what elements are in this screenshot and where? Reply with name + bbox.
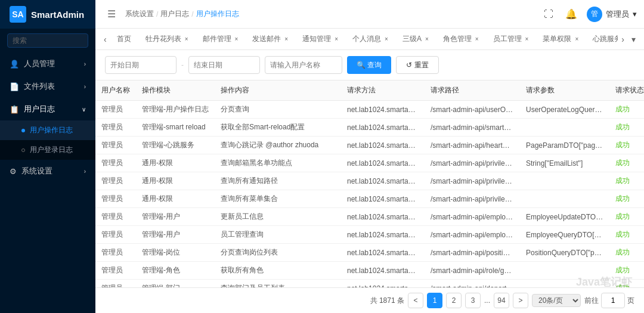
- cell-content: 查询所有菜单集合: [215, 190, 341, 208]
- table-row: 管理员 管理端-用户 员工管理查询 net.lab1024.smartadmin…: [95, 226, 644, 244]
- end-date-input[interactable]: [188, 56, 260, 74]
- username-search-input[interactable]: [265, 56, 342, 74]
- tab-home[interactable]: 首页: [110, 30, 138, 49]
- pagination: 共 1871 条 < 1 2 3 ... 94 > 20条/页 50条/页 10…: [95, 287, 644, 313]
- cell-method: net.lab1024.smartadmin.modul...: [341, 262, 425, 280]
- tab-close-icon[interactable]: ×: [385, 36, 388, 42]
- cell-username: 管理员: [95, 119, 136, 137]
- tab-menu-button[interactable]: ▾: [628, 35, 639, 44]
- col-username: 用户名称: [95, 80, 136, 101]
- page-2-button[interactable]: 2: [446, 293, 462, 308]
- cell-username: 管理员: [95, 190, 136, 208]
- tab-close-icon[interactable]: ×: [284, 36, 288, 42]
- tab-personal[interactable]: 个人消息×: [346, 30, 395, 49]
- sidebar-logo: SA SmartAdmin: [0, 0, 95, 29]
- page-3-button[interactable]: 3: [465, 293, 481, 308]
- sidebar-item-userlog[interactable]: 📋 用户日志 ∨: [0, 98, 95, 120]
- tab-label: 发送邮件: [252, 34, 281, 44]
- tab-close-icon[interactable]: ×: [185, 36, 188, 42]
- table-row: 管理员 通用-权限 查询邮箱黑名单功能点 net.lab1024.smartad…: [95, 154, 644, 172]
- cell-content: 查询心跳记录 @author zhuoda: [215, 137, 341, 154]
- sidebar-item-user-op-log[interactable]: 用户操作日志: [0, 120, 95, 140]
- breadcrumb-sep-2: /: [191, 10, 193, 18]
- cell-status: 成功: [609, 190, 644, 208]
- main-content: ☰ 系统设置 / 用户日志 / 用户操作日志 ⛶ 🔔 管 管理员 ▾ ‹ 首页 …: [95, 0, 644, 313]
- submenu-label: 用户操作日志: [30, 125, 73, 135]
- col-method: 请求方法: [341, 80, 425, 101]
- cell-status: 成功: [609, 208, 644, 226]
- cell-path: /smart-admin-api/position/get.lis...: [425, 244, 520, 262]
- sidebar-item-sysconfig[interactable]: ⚙ 系统设置 ›: [0, 160, 95, 182]
- tab-role-mgmt[interactable]: 角色管理×: [436, 30, 485, 49]
- tab-close-icon[interactable]: ×: [335, 36, 338, 42]
- cell-content: 员工管理查询: [215, 226, 341, 244]
- date-separator: -: [181, 61, 184, 69]
- col-content: 操作内容: [215, 80, 341, 101]
- person-icon: 👤: [10, 60, 19, 69]
- page-1-button[interactable]: 1: [427, 293, 442, 308]
- breadcrumb-item-2[interactable]: 用户日志: [160, 9, 189, 19]
- cell-content: 获取所有角色: [215, 262, 341, 280]
- tab-close-icon[interactable]: ×: [235, 36, 239, 42]
- page-size-select[interactable]: 20条/页 50条/页 100条/页: [532, 294, 581, 307]
- sidebar-search-input[interactable]: [7, 33, 88, 48]
- tab-emp-mgmt[interactable]: 员工管理×: [487, 30, 535, 49]
- table-row: 管理员 管理端-岗位 分页查询岗位列表 net.lab1024.smartadm…: [95, 244, 644, 262]
- prev-page-button[interactable]: <: [408, 293, 423, 308]
- tab-label: 邮件管理: [203, 34, 231, 44]
- cell-method: net.lab1024.smartadmin.modul...: [341, 190, 425, 208]
- tab-close-icon[interactable]: ×: [575, 36, 578, 42]
- bell-icon[interactable]: 🔔: [563, 6, 580, 22]
- cell-status: 成功: [609, 137, 644, 154]
- sidebar: SA SmartAdmin 👤 人员管理 › 📄 文件列表 › 📋 用户日志: [0, 0, 95, 313]
- cell-content: 分页查询: [215, 101, 341, 119]
- username-label: 管理员: [606, 9, 629, 20]
- logo-icon: SA: [10, 6, 26, 23]
- page-jump-input[interactable]: [601, 293, 625, 308]
- cell-params: EmployeeQueryDTO["isDelete"...: [520, 226, 609, 244]
- tab-close-icon[interactable]: ×: [525, 36, 529, 42]
- tab-three-a[interactable]: 三级A×: [396, 30, 435, 49]
- tab-close-icon[interactable]: ×: [425, 36, 429, 42]
- chevron-right-icon: ›: [84, 83, 86, 90]
- tab-heart-svc[interactable]: 心跳服务×: [586, 30, 618, 49]
- search-button[interactable]: 🔍 查询: [347, 56, 391, 74]
- user-chevron-icon: ▾: [633, 10, 637, 18]
- jump-prefix: 前往: [584, 296, 599, 306]
- cell-content: 分页查询岗位列表: [215, 244, 341, 262]
- cell-module: 管理端-角色: [136, 262, 215, 280]
- tab-nav-right-button[interactable]: ›: [618, 35, 628, 44]
- tab-close-icon[interactable]: ×: [475, 36, 479, 42]
- cell-method: net.lab1024.smartadmin.modul...: [341, 208, 425, 226]
- col-status: 请求状态: [609, 80, 644, 101]
- sidebar-item-filelist[interactable]: 📄 文件列表 ›: [0, 75, 95, 98]
- active-dot-icon: [21, 129, 25, 132]
- cell-content: 更新员工信息: [215, 208, 341, 226]
- cell-module: 通用-权限: [136, 172, 215, 190]
- cell-params: UserOperateLogQueryDTO["e...: [520, 101, 609, 119]
- reset-button[interactable]: ↺ 重置: [396, 56, 438, 74]
- sidebar-item-user-login-log[interactable]: 用户登录日志: [0, 140, 95, 160]
- tab-nav-left-button[interactable]: ‹: [100, 35, 110, 44]
- page-94-button[interactable]: 94: [494, 293, 509, 308]
- expand-icon[interactable]: ⛶: [541, 7, 556, 22]
- cell-status: 成功: [609, 226, 644, 244]
- breadcrumb: 系统设置 / 用户日志 / 用户操作日志: [125, 9, 239, 19]
- tab-send[interactable]: 发送邮件×: [246, 30, 295, 49]
- table-container: 用户名称 操作模块 操作内容 请求方法 请求路径 请求参数 请求状态 ▲▼ 操作…: [95, 80, 644, 287]
- cell-username: 管理员: [95, 137, 136, 154]
- tab-mudan[interactable]: 牡丹花列表×: [139, 30, 195, 49]
- cell-username: 管理员: [95, 101, 136, 119]
- tab-mail[interactable]: 邮件管理×: [196, 30, 245, 49]
- tab-label: 三级A: [402, 34, 422, 44]
- user-menu-button[interactable]: 管 管理员 ▾: [587, 7, 637, 22]
- cell-module: 管理端-用户操作日志: [136, 101, 215, 119]
- cell-params: [520, 262, 609, 280]
- next-page-button[interactable]: >: [513, 293, 528, 308]
- sidebar-item-personnel[interactable]: 👤 人员管理 ›: [0, 52, 95, 75]
- menu-toggle-button[interactable]: ☰: [103, 6, 120, 22]
- tab-notify[interactable]: 通知管理×: [296, 30, 345, 49]
- start-date-input[interactable]: [105, 56, 177, 74]
- tab-menu-perm[interactable]: 菜单权限×: [536, 30, 585, 49]
- breadcrumb-item-1[interactable]: 系统设置: [125, 9, 154, 19]
